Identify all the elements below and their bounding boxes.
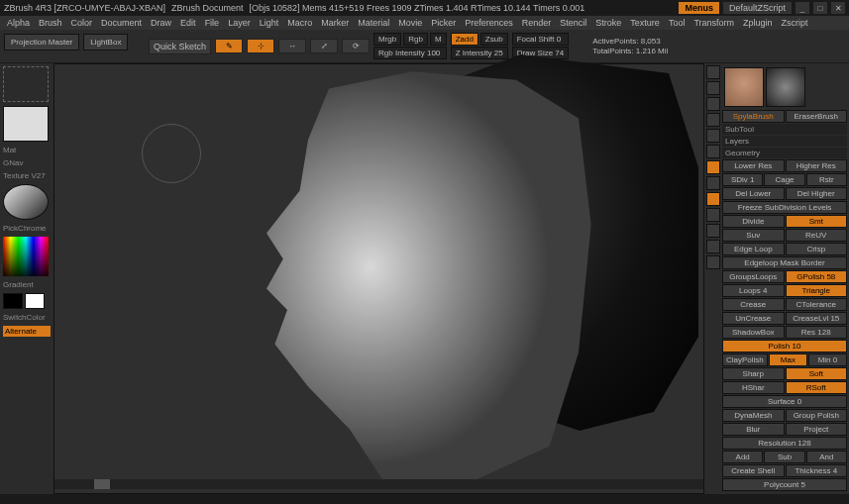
resolution-slider[interactable]: Resolution 128 xyxy=(722,437,847,450)
switchcolor-label[interactable]: SwitchColor xyxy=(3,313,51,322)
zsub-button[interactable]: Zsub xyxy=(480,33,508,46)
defaultz-button[interactable]: DefaultZScript xyxy=(723,2,792,14)
maximize-icon[interactable]: □ xyxy=(813,2,827,14)
geometry-header[interactable]: Geometry xyxy=(722,148,847,158)
rgb-intensity-slider[interactable]: Rgb Intensity 100 xyxy=(373,47,447,59)
max-button[interactable]: Max xyxy=(769,353,807,366)
menu-item[interactable]: Texture xyxy=(627,18,663,28)
divide-button[interactable]: Divide xyxy=(722,215,785,228)
menu-item[interactable]: Zplugin xyxy=(740,18,776,28)
alpha-slot[interactable] xyxy=(3,66,49,102)
menu-item[interactable]: Alpha xyxy=(4,18,33,28)
local-icon[interactable] xyxy=(706,192,720,206)
higher-res-button[interactable]: Higher Res xyxy=(786,159,848,172)
menu-item[interactable]: Macro xyxy=(284,18,315,28)
shadowbox-button[interactable]: ShadowBox xyxy=(722,326,785,339)
mrgb-button[interactable]: Mrgb xyxy=(373,33,401,46)
crease-button[interactable]: Crease xyxy=(722,298,785,311)
dynamesh-button[interactable]: DynaMesh xyxy=(722,409,785,422)
menu-item[interactable]: Color xyxy=(68,18,96,28)
menu-item[interactable]: Draw xyxy=(148,18,174,28)
res-slider[interactable]: Res 128 xyxy=(786,326,848,339)
menu-item[interactable]: Edit xyxy=(177,18,199,28)
tool-thumb[interactable] xyxy=(766,67,805,107)
close-icon[interactable]: ✕ xyxy=(831,2,845,14)
sharp-button[interactable]: Sharp xyxy=(722,367,785,380)
edit-button[interactable]: ✎ xyxy=(215,39,243,53)
menu-item[interactable]: Tool xyxy=(666,18,689,28)
stroke-slot[interactable] xyxy=(3,106,49,142)
menus-button[interactable]: Menus xyxy=(679,2,719,14)
swatch-black[interactable] xyxy=(3,293,23,309)
soft-button[interactable]: Soft xyxy=(786,367,848,380)
claypolish-button[interactable]: ClayPolish xyxy=(722,353,768,366)
min-slider[interactable]: Min 0 xyxy=(808,353,847,366)
alternate-button[interactable]: Alternate xyxy=(3,326,51,337)
menu-item[interactable]: Picker xyxy=(428,18,459,28)
swatch-white[interactable] xyxy=(25,293,45,309)
menu-item[interactable]: File xyxy=(202,18,223,28)
rstr-button[interactable]: Rstr xyxy=(806,173,847,186)
tool-icon[interactable] xyxy=(706,113,720,127)
menu-item[interactable]: Zscript xyxy=(779,18,811,28)
tool-icon[interactable] xyxy=(706,224,720,238)
reuv-button[interactable]: ReUV xyxy=(786,229,848,242)
sdiv-slider[interactable]: SDiv 1 xyxy=(722,173,763,186)
layers-header[interactable]: Layers xyxy=(722,136,847,147)
gpolish-slider[interactable]: GPolish 58 xyxy=(786,270,848,283)
material-sphere[interactable] xyxy=(3,184,49,220)
tool-icon[interactable] xyxy=(706,255,720,269)
menu-item[interactable]: Brush xyxy=(36,18,65,28)
del-lower-button[interactable]: Del Lower xyxy=(722,187,785,200)
menu-item[interactable]: Movie xyxy=(395,18,425,28)
tool-icon[interactable] xyxy=(706,129,720,143)
lightbox-button[interactable]: LightBox xyxy=(83,34,128,50)
and-button[interactable]: And xyxy=(806,451,847,463)
menu-item[interactable]: Transform xyxy=(690,18,737,28)
triangle-button[interactable]: Triangle xyxy=(786,284,848,297)
menu-item[interactable]: Marker xyxy=(318,18,352,28)
tool-icon[interactable] xyxy=(706,81,720,95)
tool-icon[interactable] xyxy=(706,97,720,111)
menu-item[interactable]: Preferences xyxy=(462,18,516,28)
h-scrollbar[interactable] xyxy=(54,479,703,489)
subtool-header[interactable]: SubTool xyxy=(722,124,847,135)
edgeloop-mask-button[interactable]: Edgeloop Mask Border xyxy=(722,256,847,269)
thickness-slider[interactable]: Thickness 4 xyxy=(786,464,848,477)
menu-item[interactable]: Render xyxy=(519,18,555,28)
creaselvl-slider[interactable]: CreaseLvl 15 xyxy=(786,312,848,325)
smt-button[interactable]: Smt xyxy=(786,215,848,228)
createshell-button[interactable]: Create Shell xyxy=(722,464,785,477)
tool-icon[interactable] xyxy=(706,145,720,158)
menu-item[interactable]: Layer xyxy=(225,18,254,28)
menu-item[interactable]: Document xyxy=(98,18,145,28)
quicksketch-button[interactable]: Quick Sketch xyxy=(149,39,211,54)
nav-sphere[interactable] xyxy=(142,124,201,183)
sub-button[interactable]: Sub xyxy=(764,451,804,463)
brush-eraser[interactable]: EraserBrush xyxy=(786,110,848,123)
groupsloops-button[interactable]: GroupsLoops xyxy=(722,270,785,283)
menu-item[interactable]: Stroke xyxy=(592,18,624,28)
surface-slider[interactable]: Surface 0 xyxy=(722,395,847,408)
tool-icon[interactable] xyxy=(706,176,720,190)
tool-icon[interactable] xyxy=(706,65,720,79)
z-intensity-slider[interactable]: Z Intensity 25 xyxy=(451,47,508,59)
rotate-button[interactable]: ⟳ xyxy=(342,39,370,53)
viewport[interactable] xyxy=(53,63,704,494)
color-picker[interactable] xyxy=(3,237,49,276)
tool-icon[interactable] xyxy=(706,240,720,253)
minimize-icon[interactable]: _ xyxy=(796,2,809,14)
projection-master-button[interactable]: Projection Master xyxy=(4,34,79,50)
del-higher-button[interactable]: Del Higher xyxy=(786,187,848,200)
ctolerance-button[interactable]: CTolerance xyxy=(786,298,848,311)
freeze-button[interactable]: Freeze SubDivision Levels xyxy=(722,201,847,214)
brush-spyla[interactable]: SpylaBrush xyxy=(722,110,785,123)
add-button[interactable]: Add xyxy=(722,451,763,463)
uncrease-button[interactable]: UnCrease xyxy=(722,312,785,325)
rsoft-button[interactable]: RSoft xyxy=(786,381,848,394)
blur-button[interactable]: Blur xyxy=(722,423,785,436)
loops-slider[interactable]: Loops 4 xyxy=(722,284,785,297)
zadd-button[interactable]: Zadd xyxy=(451,33,478,46)
menu-item[interactable]: Stencil xyxy=(557,18,589,28)
suv-button[interactable]: Suv xyxy=(722,229,785,242)
